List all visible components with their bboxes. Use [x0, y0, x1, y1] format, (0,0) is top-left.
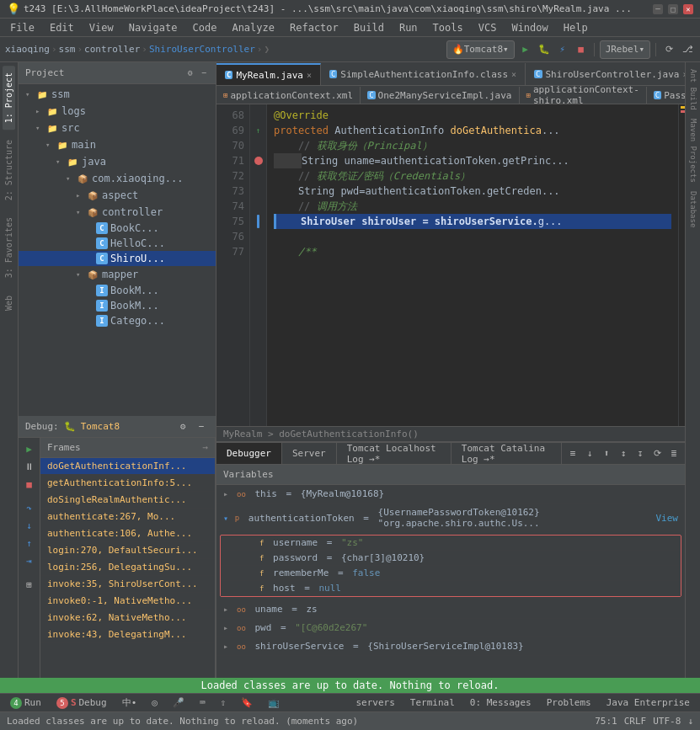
- tab-ctrl-btn[interactable]: ⟳: [649, 446, 665, 461]
- maximize-button[interactable]: □: [668, 4, 678, 14]
- minimize-button[interactable]: ─: [653, 4, 663, 14]
- tab-myrealm[interactable]: C MyRealm.java ×: [216, 63, 321, 85]
- frame-item[interactable]: login:270, DefaultSecuri...: [40, 542, 215, 559]
- sidebar-tab-structure[interactable]: 2: Structure: [3, 133, 15, 207]
- code-content[interactable]: @Override protected AuthenticationInfo d…: [267, 104, 678, 426]
- file-tab-one2many[interactable]: C One2ManyServiceImpl.java: [361, 87, 519, 104]
- tree-item-logs[interactable]: ▸ 📁 logs: [19, 103, 216, 120]
- var-expand-btn[interactable]: ▸: [223, 642, 233, 651]
- run-config-selector[interactable]: 🔥 Tomcat8 ▾: [446, 40, 515, 59]
- tree-item-package[interactable]: ▾ 📦 com.xiaoqing...: [19, 170, 216, 187]
- tab-shirousercontroller[interactable]: C ShiroUserController.java ×: [526, 63, 685, 85]
- bookmark-btn[interactable]: 🔖: [234, 695, 259, 711]
- terminal-btn[interactable]: Terminal: [403, 695, 462, 711]
- debug-close-btn[interactable]: −: [194, 419, 209, 434]
- menu-build[interactable]: Build: [347, 20, 391, 35]
- monitor-btn[interactable]: 📺: [261, 695, 286, 711]
- run-coverage-button[interactable]: ⚡: [555, 42, 570, 57]
- project-settings-btn[interactable]: ⚙: [185, 67, 195, 78]
- tree-item-bookm1[interactable]: I BookM...: [19, 283, 216, 298]
- menu-refactor[interactable]: Refactor: [283, 20, 345, 35]
- stop-btn[interactable]: ■: [21, 477, 36, 492]
- code-editor[interactable]: 68 69 70 71 72 73 74 75 76 77 ↑: [216, 104, 685, 426]
- tree-item-ssm[interactable]: ▾ 📁 ssm: [19, 86, 216, 103]
- git-button[interactable]: ⎇: [680, 42, 695, 57]
- frame-item[interactable]: invoke:43, DelegatingM...: [40, 626, 215, 643]
- tree-item-src[interactable]: ▾ 📁 src: [19, 120, 216, 136]
- frame-item[interactable]: invoke:62, NativeMetho...: [40, 610, 215, 626]
- resume-btn[interactable]: ▶: [21, 441, 36, 456]
- mic-btn[interactable]: 🎤: [166, 695, 191, 711]
- menu-code[interactable]: Code: [186, 20, 224, 35]
- var-expand-btn[interactable]: ▾: [223, 514, 232, 523]
- var-expand-btn[interactable]: ▸: [223, 489, 233, 498]
- tree-item-mapper[interactable]: ▾ 📦 mapper: [19, 266, 216, 283]
- tree-item-aspect[interactable]: ▸ 📦 aspect: [19, 187, 216, 204]
- frame-item[interactable]: login:256, DelegatingSu...: [40, 559, 215, 576]
- var-expand-btn[interactable]: ▸: [223, 605, 233, 614]
- tree-item-main[interactable]: ▾ 📁 main: [19, 136, 216, 153]
- keyboard-btn[interactable]: ⌨: [193, 695, 212, 711]
- run-button[interactable]: ▶: [518, 42, 533, 57]
- frame-item[interactable]: invoke0:-1, NativeMetho...: [40, 593, 215, 610]
- tree-item-helloc[interactable]: C HelloC...: [19, 236, 216, 251]
- debug-tab-debugger[interactable]: Debugger: [216, 443, 282, 465]
- servers-btn[interactable]: servers: [349, 695, 401, 711]
- tab-close-btn[interactable]: ×: [307, 71, 312, 80]
- menu-help[interactable]: Help: [557, 20, 595, 35]
- tab-ctrl-btn[interactable]: ↓: [582, 446, 597, 461]
- var-expand-btn[interactable]: ▸: [223, 623, 233, 632]
- tree-item-bookm2[interactable]: I BookM...: [19, 298, 216, 313]
- file-tab-pwdhelper[interactable]: C PasswordHelper.java: [647, 87, 685, 104]
- sidebar-tab-favorites[interactable]: 3: Favorites: [3, 210, 15, 285]
- circle-btn[interactable]: ◎: [145, 695, 164, 711]
- menu-view[interactable]: View: [83, 20, 120, 35]
- database-tab[interactable]: Database: [687, 188, 699, 231]
- frame-item[interactable]: authenticate:106, Authe...: [40, 525, 215, 542]
- tab-ctrl-btn[interactable]: ↕: [616, 446, 631, 461]
- ant-build-tab[interactable]: Ant Build: [687, 66, 699, 114]
- frame-item[interactable]: doSingleRealmAuthentic...: [40, 492, 215, 509]
- frame-item[interactable]: authenticate:267, Mo...: [40, 509, 215, 525]
- tree-item-shirou[interactable]: C ShiroU...: [19, 251, 216, 266]
- tree-item-java[interactable]: ▾ 📁 java: [19, 153, 216, 170]
- messages-btn[interactable]: 0: Messages: [463, 695, 538, 711]
- menu-tools[interactable]: Tools: [426, 20, 470, 35]
- view-link[interactable]: View: [650, 513, 678, 524]
- close-button[interactable]: ✕: [683, 4, 693, 14]
- debug-settings-btn[interactable]: ⚙: [175, 419, 190, 434]
- debug-tab-localhost-log[interactable]: Tomcat Localhost Log →*: [337, 443, 452, 465]
- menu-run[interactable]: Run: [393, 20, 425, 35]
- menu-vcs[interactable]: VCS: [472, 20, 504, 35]
- file-tab-appctx-shiro[interactable]: ⊞ applicationContext-shiro.xml: [520, 87, 647, 104]
- tab-ctrl-btn[interactable]: ≡: [565, 446, 580, 461]
- frame-item[interactable]: getAuthenticationInfo:5...: [40, 475, 215, 492]
- run-cursor-btn[interactable]: ⇥: [21, 553, 36, 568]
- project-collapse-btn[interactable]: −: [199, 67, 209, 78]
- tree-item-controller[interactable]: ▾ 📦 controller: [19, 204, 216, 221]
- tree-item-bookc[interactable]: C BookC...: [19, 221, 216, 236]
- maven-projects-tab[interactable]: Maven Projects: [687, 115, 699, 186]
- menu-navigate[interactable]: Navigate: [122, 20, 184, 35]
- tab-ctrl-btn[interactable]: ↧: [633, 446, 648, 461]
- tree-item-catego[interactable]: I Catego...: [19, 313, 216, 328]
- java-enterprise-btn[interactable]: Java Enterprise: [600, 695, 697, 711]
- debug-bottom-btn[interactable]: 5 S Debug: [50, 695, 114, 711]
- sidebar-tab-web[interactable]: Web: [3, 289, 15, 317]
- step-into-btn[interactable]: ↓: [21, 518, 36, 533]
- step-over-btn[interactable]: ↷: [21, 500, 36, 515]
- menu-window[interactable]: Window: [505, 20, 554, 35]
- frame-item[interactable]: invoke:35, ShiroUserCont...: [40, 576, 215, 593]
- tab-simpleauth[interactable]: C SimpleAuthenticationInfo.class ×: [321, 63, 526, 85]
- sidebar-tab-project[interactable]: 1: Project: [3, 66, 15, 130]
- breadcrumb-item[interactable]: ShiroUserController: [149, 44, 255, 55]
- tab-close-btn[interactable]: ×: [511, 70, 516, 79]
- debug-run-button[interactable]: 🐛: [537, 42, 552, 57]
- jrebel-button[interactable]: JRebel ▾: [600, 40, 650, 59]
- menu-analyze[interactable]: Analyze: [225, 20, 281, 35]
- step-out-btn[interactable]: ↑: [21, 536, 36, 551]
- tab-ctrl-btn[interactable]: ⬆: [599, 446, 614, 461]
- shift-btn[interactable]: ⇧: [214, 695, 233, 711]
- run-bottom-btn[interactable]: 4 Run: [3, 695, 48, 711]
- debug-tab-catalina-log[interactable]: Tomcat Catalina Log →*: [452, 443, 562, 465]
